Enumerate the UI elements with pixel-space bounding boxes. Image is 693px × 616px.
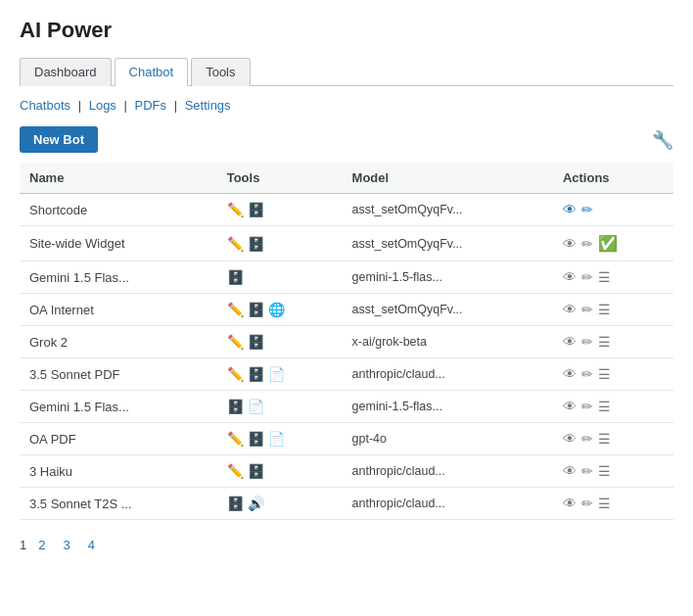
bot-tools: ✏️🗄️ (217, 194, 343, 226)
tabs-bar: Dashboard Chatbot Tools (20, 57, 673, 86)
table-row: Grok 2✏️🗄️x-ai/grok-beta👁✏☰ (20, 326, 673, 358)
pdf-icon: 📄 (268, 366, 285, 382)
view-icon[interactable]: 👁 (563, 431, 577, 447)
bot-model: anthropic/claud... (343, 488, 553, 520)
toolbar: New Bot 🔧 (20, 126, 673, 153)
edit-icon[interactable]: ✏ (581, 269, 593, 285)
menu-icon[interactable]: ☰ (598, 399, 611, 414)
bot-model: asst_setOmQyqFv... (343, 226, 553, 261)
edit-icon[interactable]: ✏ (581, 202, 593, 217)
bot-actions: 👁✏☰ (553, 261, 673, 294)
bot-model: anthropic/claud... (343, 455, 553, 488)
bot-actions: 👁✏☰ (553, 455, 673, 488)
edit-icon[interactable]: ✏ (581, 431, 593, 447)
database-icon: 🗄️ (248, 366, 264, 382)
table-row: 3.5 Sonnet PDF✏️🗄️📄anthropic/claud...👁✏☰ (20, 358, 673, 391)
bot-model: gpt-4o (343, 423, 553, 455)
bot-model: asst_setOmQyqFv... (343, 294, 553, 326)
table-row: 3.5 Sonnet T2S ...🗄️🔊anthropic/claud...👁… (20, 488, 673, 520)
tab-tools[interactable]: Tools (191, 58, 250, 86)
edit-icon[interactable]: ✏ (581, 496, 593, 511)
tab-chatbot[interactable]: Chatbot (115, 58, 189, 86)
page-4[interactable]: 4 (82, 536, 101, 554)
bot-tools: ✏️🗄️ (217, 226, 343, 261)
bot-actions: 👁✏☰ (553, 358, 673, 391)
menu-icon[interactable]: ☰ (598, 496, 611, 511)
view-icon[interactable]: 👁 (563, 496, 577, 511)
pencil-icon: ✏️ (227, 463, 244, 479)
edit-icon[interactable]: ✏ (581, 399, 593, 414)
bot-name: Site-wide Widget (20, 226, 217, 261)
pdf-icon: 📄 (248, 399, 264, 414)
sub-nav: Chatbots | Logs | PDFs | Settings (20, 98, 673, 113)
bot-tools: 🗄️📄 (217, 391, 343, 423)
bot-name: OA PDF (20, 423, 217, 455)
new-bot-button[interactable]: New Bot (20, 126, 98, 153)
bot-name: Grok 2 (20, 326, 217, 358)
table-row: OA Internet✏️🗄️🌐asst_setOmQyqFv...👁✏☰ (20, 294, 673, 326)
bot-tools: ✏️🗄️📄 (217, 358, 343, 391)
database-icon: 🗄️ (227, 269, 244, 285)
table-row: OA PDF✏️🗄️📄gpt-4o👁✏☰ (20, 423, 673, 455)
view-icon[interactable]: 👁 (563, 302, 577, 317)
bots-table: Name Tools Model Actions Shortcode✏️🗄️as… (20, 163, 673, 520)
subnav-pdfs[interactable]: PDFs (135, 98, 167, 113)
bot-tools: 🗄️🔊 (217, 488, 343, 520)
page-current: 1 (20, 538, 26, 552)
speaker-icon: 🔊 (248, 496, 264, 511)
bot-name: Gemini 1.5 Flas... (20, 261, 217, 294)
edit-icon[interactable]: ✏ (581, 463, 593, 479)
globe-icon: 🌐 (268, 302, 285, 317)
bot-model: gemini-1.5-flas... (343, 391, 553, 423)
bot-name: Gemini 1.5 Flas... (20, 391, 217, 423)
database-icon: 🗄️ (248, 431, 264, 447)
menu-icon[interactable]: ☰ (598, 463, 611, 479)
edit-icon[interactable]: ✏ (581, 334, 593, 350)
col-model: Model (343, 163, 553, 194)
pagination: 1 2 3 4 (20, 536, 673, 554)
edit-icon[interactable]: ✏ (581, 236, 593, 252)
table-row: Site-wide Widget✏️🗄️asst_setOmQyqFv...👁✏… (20, 226, 673, 261)
bot-name: 3 Haiku (20, 455, 217, 488)
bot-model: x-ai/grok-beta (343, 326, 553, 358)
view-icon[interactable]: 👁 (563, 202, 577, 217)
bot-tools: ✏️🗄️🌐 (217, 294, 343, 326)
subnav-settings[interactable]: Settings (185, 98, 231, 113)
bot-model: gemini-1.5-flas... (343, 261, 553, 294)
menu-icon[interactable]: ☰ (598, 269, 611, 285)
edit-icon[interactable]: ✏ (581, 302, 593, 317)
view-icon[interactable]: 👁 (563, 463, 577, 479)
database-icon: 🗄️ (248, 334, 264, 350)
page-3[interactable]: 3 (57, 536, 75, 554)
wrench-icon[interactable]: 🔧 (652, 129, 673, 151)
check-icon[interactable]: ✅ (598, 234, 618, 253)
subnav-logs[interactable]: Logs (89, 98, 116, 113)
view-icon[interactable]: 👁 (563, 366, 577, 382)
bot-tools: ✏️🗄️ (217, 326, 343, 358)
menu-icon[interactable]: ☰ (598, 431, 611, 447)
tab-dashboard[interactable]: Dashboard (20, 58, 112, 86)
bot-actions: 👁✏☰ (553, 294, 673, 326)
view-icon[interactable]: 👁 (563, 269, 577, 285)
bot-model: anthropic/claud... (343, 358, 553, 391)
database-icon: 🗄️ (227, 399, 244, 414)
bot-name: 3.5 Sonnet PDF (20, 358, 217, 391)
menu-icon[interactable]: ☰ (598, 302, 611, 317)
pencil-icon: ✏️ (227, 202, 244, 217)
bot-tools: ✏️🗄️ (217, 455, 343, 488)
view-icon[interactable]: 👁 (563, 334, 577, 350)
table-row: 3 Haiku✏️🗄️anthropic/claud...👁✏☰ (20, 455, 673, 488)
view-icon[interactable]: 👁 (563, 236, 577, 252)
edit-icon[interactable]: ✏ (581, 366, 593, 382)
page-2[interactable]: 2 (32, 536, 51, 554)
subnav-chatbots[interactable]: Chatbots (20, 98, 70, 113)
menu-icon[interactable]: ☰ (598, 334, 611, 350)
database-icon: 🗄️ (248, 202, 264, 217)
table-row: Gemini 1.5 Flas...🗄️gemini-1.5-flas...👁✏… (20, 261, 673, 294)
bot-actions: 👁✏☰ (553, 423, 673, 455)
database-icon: 🗄️ (248, 463, 264, 479)
bot-actions: 👁✏ (553, 194, 673, 226)
view-icon[interactable]: 👁 (563, 399, 577, 414)
bot-actions: 👁✏✅ (553, 226, 673, 261)
menu-icon[interactable]: ☰ (598, 366, 611, 382)
